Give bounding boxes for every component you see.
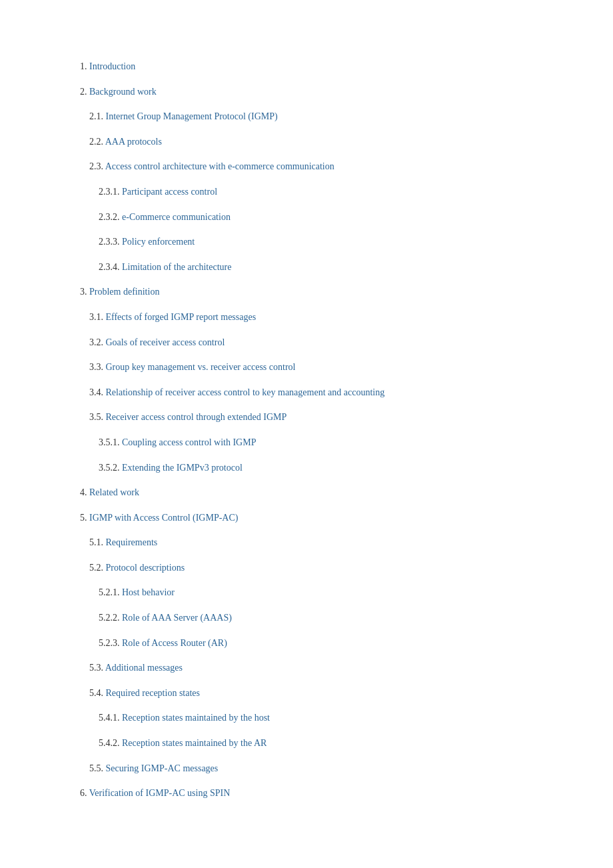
toc-item-item-5-4-1: 5.4.1. Reception states maintained by th…	[99, 711, 533, 725]
toc-number: 4.	[80, 487, 89, 497]
toc-item-item-3-2: 3.2. Goals of receiver access control	[89, 336, 533, 349]
toc-number: 5.2.2.	[99, 613, 122, 623]
toc-link-item-5-1[interactable]: Requirements	[106, 537, 158, 547]
toc-item-item-2-3-2: 2.3.2. e-Commerce communication	[99, 211, 533, 224]
toc-item-item-2-3-1: 2.3.1. Participant access control	[99, 185, 533, 199]
toc-item-item-2-3-3: 2.3.3. Policy enforcement	[99, 235, 533, 249]
toc-item-item-3-1: 3.1. Effects of forged IGMP report messa…	[89, 311, 533, 324]
toc-item-item-2: 2. Background work	[80, 85, 533, 99]
toc-number: 3.4.	[89, 387, 106, 397]
toc-number: 2.1.	[89, 111, 106, 121]
toc-number: 1.	[80, 61, 89, 71]
toc-item-item-2-1: 2.1. Internet Group Management Protocol …	[89, 110, 533, 123]
toc-link-item-5-3[interactable]: Additional messages	[105, 663, 183, 673]
toc-link-item-2-3-4[interactable]: Limitation of the architecture	[122, 262, 231, 272]
toc-link-item-3-5[interactable]: Receiver access control through extended…	[106, 412, 287, 422]
toc-number: 5.	[80, 513, 89, 523]
toc-number: 2.3.	[89, 161, 105, 171]
toc-link-item-5[interactable]: IGMP with Access Control (IGMP-AC)	[89, 513, 238, 523]
toc-item-item-5-2-2: 5.2.2. Role of AAA Server (AAAS)	[99, 611, 533, 625]
toc-link-item-5-2-3[interactable]: Role of Access Router (AR)	[122, 638, 227, 648]
toc-link-item-5-2[interactable]: Protocol descriptions	[106, 563, 185, 573]
toc-link-item-3-2[interactable]: Goals of receiver access control	[106, 337, 225, 347]
toc-item-item-5-2-1: 5.2.1. Host behavior	[99, 586, 533, 599]
toc-item-item-2-3: 2.3. Access control architecture with e-…	[89, 160, 533, 173]
toc-item-item-5-3: 5.3. Additional messages	[89, 661, 533, 675]
toc-link-item-1[interactable]: Introduction	[89, 61, 135, 71]
toc-number: 2.3.1.	[99, 187, 122, 197]
toc-item-item-5-1: 5.1. Requirements	[89, 536, 533, 549]
toc-number: 2.3.4.	[99, 262, 122, 272]
toc-link-item-5-4[interactable]: Required reception states	[106, 688, 201, 698]
toc-number: 3.5.	[89, 412, 106, 422]
toc-number: 5.4.2.	[99, 738, 122, 748]
toc-link-item-2[interactable]: Background work	[89, 87, 157, 97]
toc-link-item-5-4-1[interactable]: Reception states maintained by the host	[122, 713, 270, 723]
toc-number: 6.	[80, 788, 89, 798]
toc-link-item-2-1[interactable]: Internet Group Management Protocol (IGMP…	[106, 111, 278, 121]
toc-link-item-2-3-2[interactable]: e-Commerce communication	[122, 212, 231, 222]
toc-link-item-2-3-3[interactable]: Policy enforcement	[122, 237, 195, 247]
toc-item-item-3-5: 3.5. Receiver access control through ext…	[89, 411, 533, 424]
toc-number: 3.5.1.	[99, 437, 122, 447]
toc-number: 3.5.2.	[99, 463, 122, 473]
toc-item-item-2-3-4: 2.3.4. Limitation of the architecture	[99, 261, 533, 274]
toc-number: 3.3.	[89, 362, 106, 372]
toc-link-item-2-2[interactable]: AAA protocols	[105, 137, 162, 147]
toc-item-item-5-4-2: 5.4.2. Reception states maintained by th…	[99, 737, 533, 750]
toc-item-item-5-2: 5.2. Protocol descriptions	[89, 561, 533, 575]
toc-item-item-2-2: 2.2. AAA protocols	[89, 135, 533, 149]
toc-number: 5.4.	[89, 688, 106, 698]
toc-link-item-5-4-2[interactable]: Reception states maintained by the AR	[122, 738, 267, 748]
toc-number: 2.2.	[89, 137, 105, 147]
toc-number: 5.1.	[89, 537, 106, 547]
toc-number: 3.2.	[89, 337, 106, 347]
toc-link-item-2-3-1[interactable]: Participant access control	[122, 187, 217, 197]
toc-item-item-1: 1. Introduction	[80, 60, 533, 73]
toc-item-item-3-5-1: 3.5.1. Coupling access control with IGMP	[99, 436, 533, 449]
toc-number: 5.4.1.	[99, 713, 122, 723]
table-of-contents: 1. Introduction2. Background work2.1. In…	[80, 60, 533, 800]
toc-link-item-4[interactable]: Related work	[89, 487, 139, 497]
toc-link-item-5-2-2[interactable]: Role of AAA Server (AAAS)	[122, 613, 232, 623]
toc-item-item-3-4: 3.4. Relationship of receiver access con…	[89, 386, 533, 399]
toc-number: 2.3.3.	[99, 237, 122, 247]
toc-number: 5.2.	[89, 563, 106, 573]
toc-number: 2.3.2.	[99, 212, 122, 222]
toc-link-item-3[interactable]: Problem definition	[89, 287, 159, 297]
toc-number: 5.3.	[89, 663, 105, 673]
toc-link-item-6[interactable]: Verification of IGMP-AC using SPIN	[89, 788, 231, 798]
toc-link-item-3-1[interactable]: Effects of forged IGMP report messages	[106, 312, 257, 322]
toc-number: 5.5.	[89, 763, 106, 773]
toc-link-item-2-3[interactable]: Access control architecture with e-comme…	[105, 161, 334, 171]
toc-item-item-5: 5. IGMP with Access Control (IGMP-AC)	[80, 511, 533, 525]
toc-item-item-3: 3. Problem definition	[80, 285, 533, 299]
toc-link-item-5-5[interactable]: Securing IGMP-AC messages	[106, 763, 219, 773]
toc-link-item-5-2-1[interactable]: Host behavior	[122, 587, 175, 597]
toc-number: 3.1.	[89, 312, 106, 322]
toc-item-item-5-2-3: 5.2.3. Role of Access Router (AR)	[99, 637, 533, 650]
toc-item-item-5-5: 5.5. Securing IGMP-AC messages	[89, 762, 533, 775]
toc-link-item-3-5-1[interactable]: Coupling access control with IGMP	[122, 437, 256, 447]
toc-link-item-3-4[interactable]: Relationship of receiver access control …	[106, 387, 385, 397]
toc-item-item-4: 4. Related work	[80, 486, 533, 499]
toc-number: 3.	[80, 287, 89, 297]
toc-number: 5.2.1.	[99, 587, 122, 597]
toc-item-item-5-4: 5.4. Required reception states	[89, 687, 533, 700]
toc-link-item-3-5-2[interactable]: Extending the IGMPv3 protocol	[122, 463, 243, 473]
toc-item-item-3-3: 3.3. Group key management vs. receiver a…	[89, 361, 533, 374]
toc-item-item-6: 6. Verification of IGMP-AC using SPIN	[80, 787, 533, 800]
toc-number: 2.	[80, 87, 89, 97]
toc-link-item-3-3[interactable]: Group key management vs. receiver access…	[106, 362, 296, 372]
toc-item-item-3-5-2: 3.5.2. Extending the IGMPv3 protocol	[99, 461, 533, 475]
toc-number: 5.2.3.	[99, 638, 122, 648]
